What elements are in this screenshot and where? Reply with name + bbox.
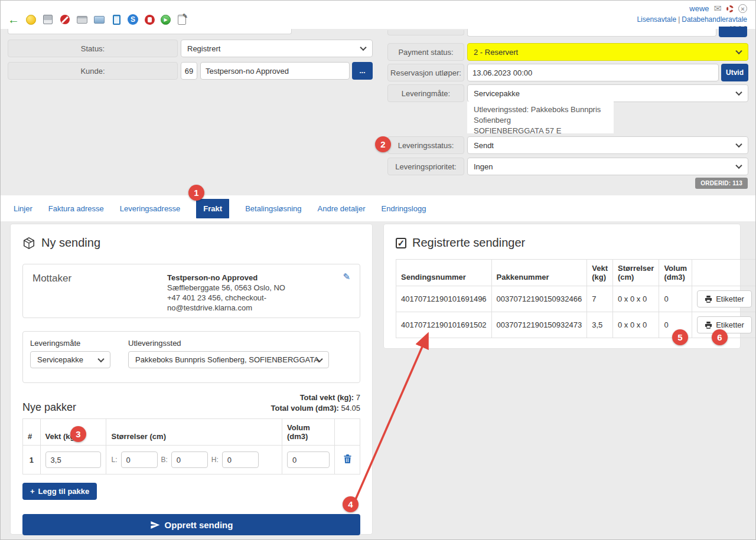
shipment-number: 40170712190101691502 (396, 312, 492, 338)
customer-id-field[interactable]: 69 (181, 62, 197, 80)
delivery-method-row: Leveringmåte: Servicepakke (387, 84, 748, 102)
save-icon[interactable] (42, 14, 54, 25)
status-select[interactable]: Registrert (181, 40, 373, 57)
clipped-field-right (467, 29, 716, 37)
package-number: 00370712190150932466 (491, 286, 587, 312)
totals: Total vekt (kg): 7 Total volum (dm3): 54… (271, 392, 360, 414)
block-icon[interactable] (59, 14, 71, 25)
status-label: Status: (8, 40, 178, 57)
chevron-down-icon (360, 44, 366, 51)
pickup-select[interactable]: Pakkeboks Bunnpris Sofienberg, SOFIENBER… (128, 351, 329, 368)
height-label: H: (211, 456, 219, 464)
delivery-priority-select[interactable]: Ingen (467, 158, 748, 175)
plus-icon: + (30, 487, 35, 496)
ball-icon[interactable] (25, 14, 37, 25)
stop-icon[interactable] (144, 14, 155, 25)
delivery-method-select[interactable]: Servicepakke (467, 84, 748, 102)
col-size: Størrelser (cm) (106, 419, 282, 446)
height-input[interactable] (222, 451, 259, 468)
packages-title: Nye pakker (22, 401, 76, 414)
customer-row: Kunde: 69 ... (8, 62, 373, 80)
tab-endringslogg[interactable]: Endringslogg (382, 204, 426, 213)
pickup-label: Utleveringssted (128, 339, 329, 348)
package-index: 1 (23, 446, 41, 474)
chevron-down-icon (97, 355, 104, 362)
width-input[interactable] (171, 451, 208, 468)
dpa-link[interactable]: Databehandleravtale (682, 15, 747, 24)
reservation-input[interactable] (467, 64, 719, 81)
delete-package-icon[interactable] (344, 454, 351, 463)
help-lifebuoy-icon[interactable] (726, 5, 734, 12)
recipient-address: Sæffleberggate 56, 0563 Oslo, NO (167, 283, 318, 293)
add-package-button[interactable]: +Legg til pakke (22, 483, 97, 500)
order-id-badge: ORDERID: 113 (695, 178, 748, 189)
tab-leveringsadresse[interactable]: Leveringsadresse (120, 204, 181, 213)
col-actions (335, 419, 360, 446)
col-shipment-number: Sendingsnummer (396, 260, 492, 286)
payment-status-row: Payment status: 2 - Reservert (387, 43, 748, 61)
skype-icon[interactable]: S (128, 14, 138, 25)
method-label: Leveringsmåte (30, 339, 110, 348)
volume-input[interactable] (287, 451, 330, 468)
back-icon[interactable]: ← (8, 14, 19, 25)
recipient-box: Mottaker Testperson-no Approved Sæfflebe… (22, 264, 360, 318)
delivery-priority-row: Leveringsprioritet: Ingen (387, 158, 748, 175)
registered-shipments-card: ✓ Registrerte sendinger Sendingsnummer P… (383, 224, 741, 349)
pickup-group: Utleveringssted Pakkeboks Bunnpris Sofie… (128, 339, 329, 375)
customer-name-input[interactable] (200, 62, 350, 80)
image-icon[interactable] (93, 14, 105, 25)
new-shipment-title: Ny sending (22, 236, 360, 250)
link-separator: | (678, 15, 680, 24)
status-row: Status: Registrert (8, 40, 373, 57)
shipment-row: 40170712190101691496 0037071219015093246… (396, 286, 756, 312)
delivery-method-label: Leveringmåte: (387, 84, 464, 102)
recipient-name: Testperson-no Approved (167, 273, 318, 283)
tab-andre-detaljer[interactable]: Andre detaljer (318, 204, 366, 213)
weight-input[interactable] (45, 451, 101, 468)
app-header: ← S ▶ ✎ wewe ✉ × Lisensavtale|Databehand… (1, 1, 755, 29)
tab-faktura-adresse[interactable]: Faktura adresse (48, 204, 104, 213)
recipient-info: Testperson-no Approved Sæffleberggate 56… (167, 273, 318, 309)
tab-betalingslosning[interactable]: Betalingsløsning (245, 204, 301, 213)
print-icon[interactable] (76, 14, 88, 25)
tab-bar: Linjer Faktura adresse Leveringsadresse … (1, 195, 755, 221)
payment-status-select[interactable]: 2 - Reservert (467, 43, 748, 61)
license-link[interactable]: Lisensavtale (637, 15, 676, 24)
customer-label: Kunde: (8, 62, 178, 80)
clipped-label-right (387, 30, 464, 35)
close-icon[interactable]: × (738, 4, 747, 13)
notes-icon[interactable]: ✎ (176, 14, 188, 25)
annotation-1: 1 (188, 185, 204, 201)
play-icon[interactable]: ▶ (161, 15, 171, 25)
edit-pencil-icon[interactable]: ✎ (343, 271, 350, 282)
method-group: Leveringsmåte Servicepakke (30, 339, 110, 375)
username-link[interactable]: wewe (689, 4, 709, 13)
labels-button[interactable]: Etiketter (697, 290, 752, 307)
method-select[interactable]: Servicepakke (30, 351, 110, 368)
checked-box-icon: ✓ (396, 238, 406, 248)
annotation-3: 3 (70, 426, 86, 442)
col-size: Størrelser (cm) (612, 260, 659, 286)
recipient-label: Mottaker (32, 273, 167, 309)
width-label: B: (161, 456, 168, 464)
tab-linjer[interactable]: Linjer (14, 204, 32, 213)
delivery-status-row: Leveringsstatus: Sendt (387, 136, 748, 154)
reservation-row: Reservasjon utløper: Utvid (387, 64, 748, 81)
delivery-status-label: Leveringsstatus: (387, 136, 464, 154)
create-shipment-button[interactable]: Opprett sending (22, 514, 360, 535)
new-shipment-card: Ny sending Mottaker Testperson-no Approv… (10, 224, 373, 535)
chevron-down-icon (735, 162, 742, 169)
shipment-weight: 3,5 (587, 312, 613, 338)
mail-icon[interactable]: ✉ (714, 3, 722, 14)
length-input[interactable] (121, 451, 158, 468)
col-package-number: Pakkenummer (491, 260, 587, 286)
delivery-status-select[interactable]: Sendt (467, 136, 748, 154)
clipboard-icon[interactable] (110, 14, 122, 25)
clipped-button[interactable] (719, 27, 747, 37)
tab-frakt[interactable]: Frakt (196, 199, 229, 218)
extend-button[interactable]: Utvid (721, 64, 748, 81)
length-label: L: (111, 456, 117, 464)
col-labels (692, 260, 756, 286)
annotation-5: 5 (672, 329, 688, 345)
customer-browse-button[interactable]: ... (352, 62, 373, 80)
